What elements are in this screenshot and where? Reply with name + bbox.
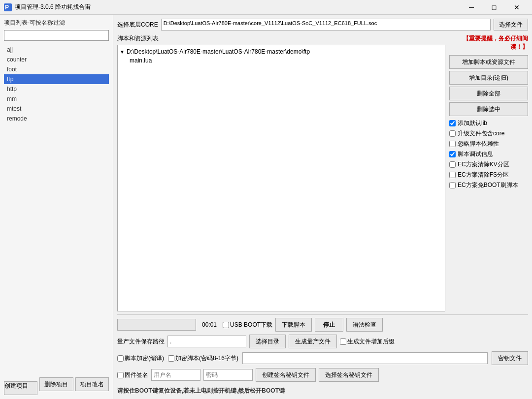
tree-folder[interactable]: ▼D:\Desktop\LuatOS-Air780E-master\LuatOS… bbox=[120, 47, 443, 56]
add-directory-button[interactable]: 增加目录(递归) bbox=[449, 71, 528, 85]
script-section: 脚本和资源列表 ▼D:\Desktop\LuatOS-Air780E-maste… bbox=[117, 34, 528, 311]
download-script-button[interactable]: 下载脚本 bbox=[275, 318, 312, 332]
script-list-panel: 脚本和资源列表 ▼D:\Desktop\LuatOS-Air780E-maste… bbox=[117, 34, 445, 311]
checkbox-clearFS[interactable] bbox=[449, 172, 456, 178]
mass-path-input[interactable] bbox=[167, 336, 246, 347]
option-checkbox-row-addDefaultLib: 添加默认lib bbox=[449, 118, 528, 128]
options-checkboxes: 添加默认lib升级文件包含core忽略脚本依赖性脚本调试信息EC方案清除KV分区… bbox=[449, 118, 528, 190]
project-item-mm[interactable]: mm bbox=[4, 94, 109, 104]
option-checkbox-row-includeCore: 升级文件包含core bbox=[449, 128, 528, 139]
checkbox-includeCore[interactable] bbox=[449, 130, 456, 137]
usb-boot-label: USB BOOT下载 bbox=[230, 321, 272, 329]
append-suffix-checkbox[interactable] bbox=[340, 338, 346, 345]
syntax-check-button[interactable]: 语法检查 bbox=[346, 318, 383, 332]
bottom-controls: 00:01 USB BOOT下载 下载脚本 停止 语法检查 量产文件保存路径 选… bbox=[117, 314, 528, 395]
window-controls: ─ □ ✕ bbox=[460, 0, 528, 15]
project-action-buttons: 创建项目 删除项目 项目改名 bbox=[4, 377, 109, 395]
delete-all-button[interactable]: 删除全部 bbox=[449, 87, 528, 100]
project-search-input[interactable] bbox=[4, 30, 109, 41]
time-display: 00:01 bbox=[199, 321, 220, 328]
checkbox-label-clearKV: EC方案清除KV分区 bbox=[458, 160, 509, 169]
encrypt-compile-container: 脚本加密(编译) bbox=[117, 354, 164, 363]
title-bar: P 项目管理-3.0.6 降功耗找合宙 ─ □ ✕ bbox=[0, 0, 532, 15]
maximize-button[interactable]: □ bbox=[483, 0, 505, 15]
firmware-sign-container: 固件签名 bbox=[117, 371, 148, 379]
left-panel: 项目列表-可按名称过滤 ajjcounterfootftphttpmmmtest… bbox=[0, 15, 113, 399]
option-checkbox-row-clearFS: EC方案清除FS分区 bbox=[449, 170, 528, 180]
checkbox-noBoot[interactable] bbox=[449, 182, 456, 188]
project-item-counter[interactable]: counter bbox=[4, 55, 109, 64]
append-suffix-checkbox-container: 生成文件增加后缀 bbox=[340, 338, 395, 346]
checkbox-label-debugInfo: 脚本调试信息 bbox=[458, 150, 493, 158]
checkbox-addDefaultLib[interactable] bbox=[449, 120, 456, 126]
checkbox-label-clearFS: EC方案清除FS分区 bbox=[458, 171, 509, 179]
option-checkbox-row-clearKV: EC方案清除KV分区 bbox=[449, 159, 528, 170]
option-checkbox-row-ignoreDeps: 忽略脚本依赖性 bbox=[449, 139, 528, 149]
folder-path: D:\Desktop\LuatOS-Air780E-master\LuatOS-… bbox=[127, 48, 310, 55]
checkbox-clearKV[interactable] bbox=[449, 161, 456, 168]
checkbox-label-ignoreDeps: 忽略脚本依赖性 bbox=[458, 140, 499, 148]
checkbox-debugInfo[interactable] bbox=[449, 151, 456, 157]
file-name: main.lua bbox=[130, 57, 152, 64]
generate-mass-file-button[interactable]: 生成量产文件 bbox=[289, 335, 337, 348]
select-core-file-button[interactable]: 选择文件 bbox=[494, 19, 528, 31]
firmware-sign-checkbox[interactable] bbox=[117, 372, 124, 378]
important-notice[interactable]: 【重要提醒，务必仔细阅读！】 bbox=[449, 34, 528, 51]
close-button[interactable]: ✕ bbox=[505, 0, 528, 15]
project-item-http[interactable]: http bbox=[4, 84, 109, 94]
project-list: ajjcounterfootftphttpmmmtestremode bbox=[4, 45, 109, 373]
delete-selected-button[interactable]: 删除选中 bbox=[449, 102, 528, 116]
stop-button[interactable]: 停止 bbox=[315, 318, 343, 332]
checkbox-label-noBoot: EC方案免BOOT刷脚本 bbox=[458, 181, 518, 189]
rename-project-button[interactable]: 项目改名 bbox=[75, 377, 109, 391]
minimize-button[interactable]: ─ bbox=[460, 0, 483, 15]
option-checkbox-row-debugInfo: 脚本调试信息 bbox=[449, 149, 528, 159]
project-item-ftp[interactable]: ftp bbox=[4, 74, 109, 84]
core-selection-row: 选择底层CORE D:\Desktop\LuatOS-Air780E-maste… bbox=[117, 19, 528, 31]
app-icon: P bbox=[4, 3, 12, 11]
script-list-title: 脚本和资源列表 bbox=[117, 34, 445, 43]
mass-path-label: 量产文件保存路径 bbox=[117, 338, 165, 346]
checkbox-ignoreDeps[interactable] bbox=[449, 141, 456, 147]
password-sign-input[interactable] bbox=[203, 369, 253, 381]
right-panel: 选择底层CORE D:\Desktop\LuatOS-Air780E-maste… bbox=[113, 15, 532, 399]
key-file-button[interactable]: 密钥文件 bbox=[492, 351, 528, 365]
window-title: 项目管理-3.0.6 降功耗找合宙 bbox=[15, 3, 460, 11]
firmware-sign-label: 固件签名 bbox=[125, 371, 148, 379]
project-list-title: 项目列表-可按名称过滤 bbox=[4, 19, 109, 27]
core-path-display: D:\Desktop\LuatOS-Air780E-master\core_V1… bbox=[161, 19, 491, 31]
encrypt-compile-checkbox[interactable] bbox=[117, 355, 124, 362]
encrypt-row: 脚本加密(编译) 加密脚本(密码8-16字节) 密钥文件 bbox=[117, 351, 528, 365]
project-item-mtest[interactable]: mtest bbox=[4, 104, 109, 114]
script-actions-panel: 【重要提醒，务必仔细阅读！】 增加脚本或资源文件 增加目录(递归) 删除全部 删… bbox=[449, 34, 528, 311]
add-script-button[interactable]: 增加脚本或资源文件 bbox=[449, 55, 528, 69]
create-project-button[interactable]: 创建项目 bbox=[4, 381, 37, 395]
script-tree: ▼D:\Desktop\LuatOS-Air780E-master\LuatOS… bbox=[117, 45, 445, 311]
svg-text:P: P bbox=[5, 4, 9, 11]
select-mass-dir-button[interactable]: 选择目录 bbox=[249, 335, 286, 348]
collapse-icon: ▼ bbox=[120, 49, 125, 55]
footer-notice-text: 请按住BOOT键复位设备,若未上电则按开机键,然后松开BOOT键 bbox=[117, 387, 285, 394]
password-encrypt-label: 加密脚本(密码8-16字节) bbox=[175, 354, 238, 363]
create-sign-key-button[interactable]: 创建签名秘钥文件 bbox=[256, 368, 316, 382]
password-encrypt-checkbox[interactable] bbox=[168, 355, 174, 362]
usb-boot-checkbox[interactable] bbox=[223, 322, 229, 328]
password-input[interactable] bbox=[242, 352, 488, 364]
username-input[interactable] bbox=[151, 369, 200, 381]
encrypt-compile-label: 脚本加密(编译) bbox=[125, 354, 164, 363]
project-item-remode[interactable]: remode bbox=[4, 114, 109, 123]
project-item-foot[interactable]: foot bbox=[4, 64, 109, 74]
usb-boot-checkbox-container: USB BOOT下载 bbox=[223, 321, 272, 329]
core-label: 选择底层CORE bbox=[117, 21, 158, 29]
checkbox-label-addDefaultLib: 添加默认lib bbox=[458, 119, 487, 127]
checkbox-label-includeCore: 升级文件包含core bbox=[458, 129, 504, 138]
append-suffix-label: 生成文件增加后缀 bbox=[347, 338, 395, 346]
project-item-ajj[interactable]: ajj bbox=[4, 45, 109, 55]
sign-row: 固件签名 创建签名秘钥文件 选择签名秘钥文件 bbox=[117, 368, 528, 382]
option-checkbox-row-noBoot: EC方案免BOOT刷脚本 bbox=[449, 180, 528, 190]
select-sign-key-button[interactable]: 选择签名秘钥文件 bbox=[319, 368, 379, 382]
mass-production-row: 量产文件保存路径 选择目录 生成量产文件 生成文件增加后缀 bbox=[117, 335, 528, 348]
tree-file[interactable]: main.lua bbox=[130, 56, 443, 65]
password-encrypt-container: 加密脚本(密码8-16字节) bbox=[168, 354, 238, 363]
delete-project-button[interactable]: 删除项目 bbox=[39, 377, 73, 391]
